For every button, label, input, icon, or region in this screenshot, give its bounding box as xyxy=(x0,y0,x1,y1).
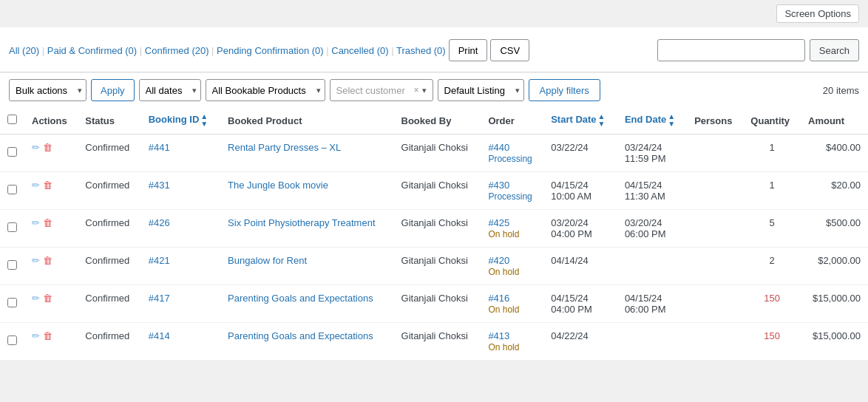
end-date-cell: 04/15/2406:00 PM xyxy=(617,285,687,323)
edit-icon[interactable]: ✏ xyxy=(32,293,40,304)
th-status: Status xyxy=(78,107,140,134)
delete-icon[interactable]: 🗑 xyxy=(43,255,52,266)
bookings-table: ActionsStatusBooking ID▲▼Booked ProductB… xyxy=(0,107,868,361)
quantity-cell: 150 xyxy=(743,285,801,323)
apply-filters-button[interactable]: Apply filters xyxy=(529,79,600,101)
th-amount: Amount xyxy=(801,107,868,134)
row-checkbox[interactable] xyxy=(7,147,17,157)
product-cell: Six Point Physiotherapy Treatment xyxy=(220,210,393,248)
delete-icon[interactable]: 🗑 xyxy=(43,330,52,341)
all-dates-select[interactable]: All dates xyxy=(139,79,201,101)
persons-cell xyxy=(687,323,743,361)
th-start-date[interactable]: Start Date▲▼ xyxy=(543,107,617,134)
booking-id-link[interactable]: #441 xyxy=(149,142,170,153)
table-header-row: ActionsStatusBooking ID▲▼Booked ProductB… xyxy=(0,107,868,134)
edit-icon[interactable]: ✏ xyxy=(32,142,40,153)
delete-icon[interactable]: 🗑 xyxy=(43,180,52,191)
end-date-cell: 03/24/2411:59 PM xyxy=(617,134,687,172)
product-cell: Bungalow for Rent xyxy=(220,248,393,285)
th-end-date[interactable]: End Date▲▼ xyxy=(617,107,687,134)
default-listing-select[interactable]: Default Listing xyxy=(438,79,524,101)
start-date: 04/15/2404:00 PM xyxy=(551,293,592,315)
row-checkbox[interactable] xyxy=(7,335,17,345)
booking-id-link[interactable]: #426 xyxy=(149,217,170,228)
actions-cell: ✏🗑 xyxy=(24,134,78,172)
edit-icon[interactable]: ✏ xyxy=(32,180,40,191)
status-separator: | xyxy=(389,45,396,56)
search-button[interactable]: Search xyxy=(810,39,859,61)
th-actions: Actions xyxy=(24,107,78,134)
apply-button[interactable]: Apply xyxy=(91,79,135,101)
booking-id-link[interactable]: #417 xyxy=(149,293,170,304)
th-quantity: Quantity xyxy=(743,107,801,134)
product-link[interactable]: Rental Party Dresses – XL xyxy=(228,142,341,153)
customer-select[interactable]: Select customer × ▾ xyxy=(330,79,433,101)
quantity-cell: 1 xyxy=(743,134,801,172)
product-link[interactable]: Parenting Goals and Expectations xyxy=(228,293,373,304)
order-link[interactable]: #440 xyxy=(488,142,536,153)
product-link[interactable]: The Jungle Book movie xyxy=(228,180,328,191)
order-status: Processing xyxy=(488,191,532,202)
edit-icon[interactable]: ✏ xyxy=(32,217,40,228)
booking-id-link[interactable]: #414 xyxy=(149,330,170,341)
status-badge: Confirmed xyxy=(85,217,129,228)
status-link-confirmed[interactable]: Confirmed (20) xyxy=(145,45,209,56)
booking-id-cell: #441 xyxy=(141,134,220,172)
product-link[interactable]: Six Point Physiotherapy Treatment xyxy=(228,217,375,228)
quantity-value: 1 xyxy=(770,142,775,153)
order-link[interactable]: #430 xyxy=(488,180,536,191)
booking-id-cell: #417 xyxy=(141,285,220,323)
order-link[interactable]: #425 xyxy=(488,217,536,228)
amount-cell: $15,000.00 xyxy=(801,285,868,323)
edit-icon[interactable]: ✏ xyxy=(32,255,40,266)
delete-icon[interactable]: 🗑 xyxy=(43,142,52,153)
status-link-paid-confirmed[interactable]: Paid & Confirmed (0) xyxy=(47,45,137,56)
edit-icon[interactable]: ✏ xyxy=(32,330,40,341)
th-persons: Persons xyxy=(687,107,743,134)
search-input[interactable] xyxy=(657,39,805,61)
persons-cell xyxy=(687,134,743,172)
status-separator: | xyxy=(39,45,47,56)
product-cell: Parenting Goals and Expectations xyxy=(220,285,393,323)
bulk-actions-select[interactable]: Bulk actions Delete xyxy=(9,79,87,101)
booked-by-cell: Gitanjali Choksi xyxy=(394,134,481,172)
table-row: ✏🗑Confirmed#417Parenting Goals and Expec… xyxy=(0,285,868,323)
print-button[interactable]: Print xyxy=(449,39,488,61)
quantity-value: 150 xyxy=(764,330,780,341)
product-link[interactable]: Bungalow for Rent xyxy=(228,255,307,266)
booking-id-cell: #421 xyxy=(141,248,220,285)
start-date: 03/20/2404:00 PM xyxy=(551,217,592,239)
order-link[interactable]: #413 xyxy=(488,330,536,341)
row-checkbox[interactable] xyxy=(7,222,17,232)
quantity-value: 5 xyxy=(770,217,775,228)
customer-placeholder: Select customer xyxy=(336,85,411,96)
quantity-cell: 2 xyxy=(743,248,801,285)
booking-id-link[interactable]: #421 xyxy=(149,255,170,266)
product-cell: The Jungle Book movie xyxy=(220,172,393,210)
amount-cell: $15,000.00 xyxy=(801,323,868,361)
order-link[interactable]: #420 xyxy=(488,255,536,266)
delete-icon[interactable]: 🗑 xyxy=(43,217,52,228)
start-date-cell: 04/15/2404:00 PM xyxy=(543,285,617,323)
customer-clear-icon[interactable]: × xyxy=(414,85,419,95)
booking-id-link[interactable]: #431 xyxy=(149,180,170,191)
status-link-trashed[interactable]: Trashed (0) xyxy=(396,45,446,56)
row-checkbox[interactable] xyxy=(7,185,17,194)
status-link-cancelled[interactable]: Cancelled (0) xyxy=(331,45,388,56)
persons-cell xyxy=(687,210,743,248)
screen-options-button[interactable]: Screen Options xyxy=(776,4,859,23)
booked-by-cell: Gitanjali Choksi xyxy=(394,210,481,248)
row-checkbox[interactable] xyxy=(7,298,17,307)
start-date-sort-icon: ▲▼ xyxy=(598,113,606,128)
th-booking-id[interactable]: Booking ID▲▼ xyxy=(141,107,220,134)
row-checkbox[interactable] xyxy=(7,260,17,270)
product-link[interactable]: Parenting Goals and Expectations xyxy=(228,330,373,341)
order-link[interactable]: #416 xyxy=(488,293,536,304)
select-all-checkbox[interactable] xyxy=(7,115,17,124)
csv-button[interactable]: CSV xyxy=(490,39,529,61)
all-products-select[interactable]: All Bookable Products xyxy=(206,79,325,101)
actions-cell: ✏🗑 xyxy=(24,323,78,361)
delete-icon[interactable]: 🗑 xyxy=(43,293,52,304)
status-link-pending[interactable]: Pending Confirmation (0) xyxy=(217,45,324,56)
status-link-all[interactable]: All (20) xyxy=(9,45,39,56)
